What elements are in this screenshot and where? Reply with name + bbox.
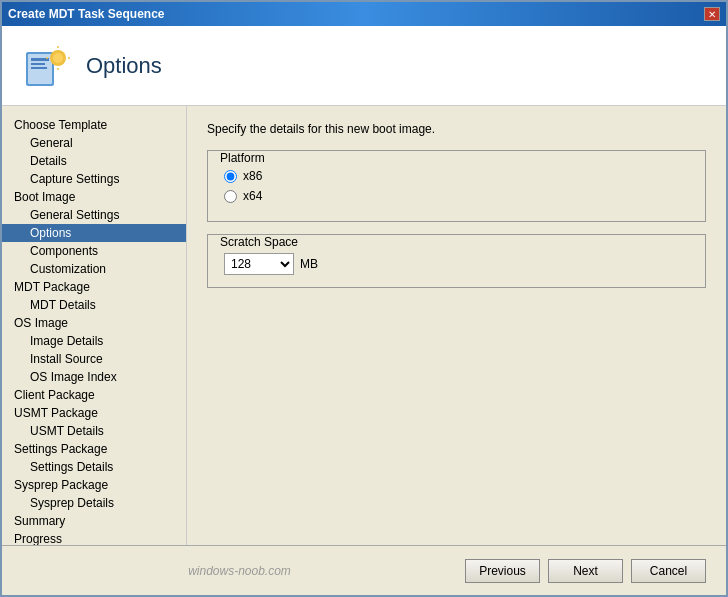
sidebar-item[interactable]: USMT Details	[2, 422, 186, 440]
watermark: windows-noob.com	[22, 564, 457, 578]
scratch-group: Scratch Space 32 64 128 256 MB	[207, 234, 706, 288]
sidebar-item[interactable]: Image Details	[2, 332, 186, 350]
sidebar-item[interactable]: Client Package	[2, 386, 186, 404]
svg-rect-4	[31, 67, 47, 69]
main-window: Create MDT Task Sequence ✕ Options Choos…	[0, 0, 728, 597]
page-title: Options	[86, 53, 162, 79]
scratch-select[interactable]: 32 64 128 256	[224, 253, 294, 275]
sidebar: Choose TemplateGeneralDetailsCapture Set…	[2, 106, 187, 545]
sidebar-item[interactable]: General Settings	[2, 206, 186, 224]
sidebar-item[interactable]: Choose Template	[2, 116, 186, 134]
sidebar-item[interactable]: Capture Settings	[2, 170, 186, 188]
platform-x64-row: x64	[224, 189, 689, 203]
sidebar-item[interactable]: Settings Details	[2, 458, 186, 476]
scratch-row: 32 64 128 256 MB	[224, 253, 689, 275]
sidebar-item[interactable]: Options	[2, 224, 186, 242]
sidebar-item[interactable]: Summary	[2, 512, 186, 530]
window-title: Create MDT Task Sequence	[8, 7, 165, 21]
sidebar-item[interactable]: General	[2, 134, 186, 152]
sidebar-item[interactable]: Boot Image	[2, 188, 186, 206]
sidebar-item[interactable]: Details	[2, 152, 186, 170]
sidebar-item[interactable]: Customization	[2, 260, 186, 278]
sidebar-item[interactable]: Sysprep Package	[2, 476, 186, 494]
sidebar-item[interactable]: Settings Package	[2, 440, 186, 458]
main-panel: Specify the details for this new boot im…	[187, 106, 726, 545]
scratch-group-label: Scratch Space	[220, 235, 298, 249]
platform-group-label: Platform	[220, 151, 265, 165]
sidebar-item[interactable]: MDT Package	[2, 278, 186, 296]
platform-x64-radio[interactable]	[224, 190, 237, 203]
platform-x86-radio[interactable]	[224, 170, 237, 183]
svg-point-6	[53, 53, 63, 63]
previous-button[interactable]: Previous	[465, 559, 540, 583]
sidebar-item[interactable]: Progress	[2, 530, 186, 545]
sidebar-item[interactable]: Components	[2, 242, 186, 260]
header-area: Options	[2, 26, 726, 106]
platform-x86-row: x86	[224, 169, 689, 183]
svg-rect-3	[31, 63, 45, 65]
cancel-button[interactable]: Cancel	[631, 559, 706, 583]
wizard-icon	[22, 42, 70, 90]
close-button[interactable]: ✕	[704, 7, 720, 21]
sidebar-item[interactable]: Install Source	[2, 350, 186, 368]
platform-x64-label: x64	[243, 189, 262, 203]
sidebar-item[interactable]: Sysprep Details	[2, 494, 186, 512]
platform-x86-label: x86	[243, 169, 262, 183]
sidebar-item[interactable]: OS Image	[2, 314, 186, 332]
next-button[interactable]: Next	[548, 559, 623, 583]
scratch-content: 32 64 128 256 MB	[208, 249, 705, 287]
sidebar-item[interactable]: MDT Details	[2, 296, 186, 314]
title-bar: Create MDT Task Sequence ✕	[2, 2, 726, 26]
sidebar-item[interactable]: USMT Package	[2, 404, 186, 422]
platform-group: Platform x86 x64	[207, 150, 706, 222]
footer: windows-noob.com Previous Next Cancel	[2, 545, 726, 595]
scratch-unit-label: MB	[300, 257, 318, 271]
platform-options: x86 x64	[208, 165, 705, 221]
instruction-text: Specify the details for this new boot im…	[207, 122, 706, 136]
content-area: Choose TemplateGeneralDetailsCapture Set…	[2, 106, 726, 545]
sidebar-item[interactable]: OS Image Index	[2, 368, 186, 386]
